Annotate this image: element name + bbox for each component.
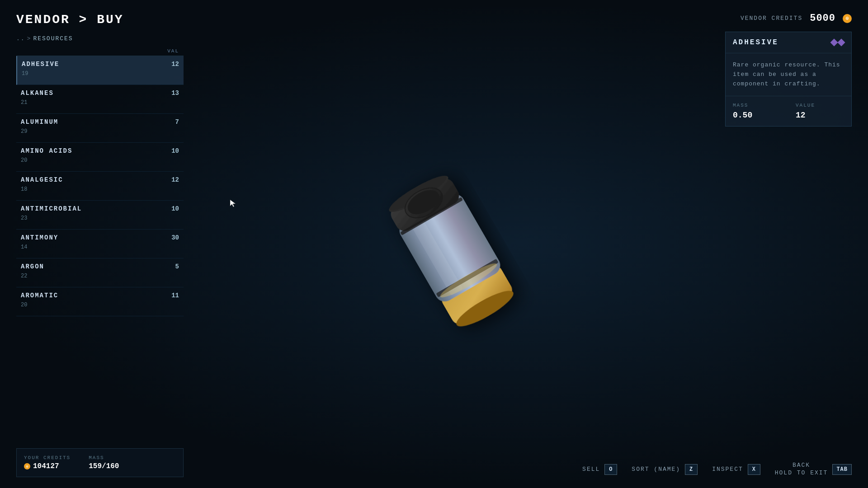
action-label: INSPECT [712,466,743,474]
list-item[interactable]: AROMATIC 20 11 [16,287,184,316]
key-badge[interactable]: TAB [832,464,852,475]
item-name: ANTIMICROBIAL [21,205,82,212]
value-number: 12 [796,111,844,120]
item-quantity: 21 [21,99,54,106]
action-item: SELL O [582,464,617,475]
list-item[interactable]: ANTIMONY 14 30 [16,230,184,258]
stat-value: VALUE 12 [788,96,851,126]
breadcrumb-parent: .. [16,35,25,42]
player-credits-number: 104127 [33,462,59,470]
key-badge[interactable]: X [748,464,760,475]
player-mass-group: MASS 159/160 [89,455,119,470]
item-left: ADHESIVE 19 [22,61,59,77]
list-item[interactable]: ARGON 22 5 [16,258,184,287]
vendor-credits-icon: ⊙ [843,14,852,23]
item-left: ANTIMONY 14 [21,234,58,250]
action-item: BACKHOLD TO EXIT TAB [775,462,852,477]
list-item[interactable]: AMINO ACIDS 20 10 [16,143,184,172]
list-header: VAL [16,47,184,56]
item-name: AROMATIC [21,292,58,299]
item-left: ARGON 22 [21,263,44,279]
item-name: ALUMINUM [21,118,58,126]
item-3d-model [346,131,549,357]
left-panel: .. > RESOURCES VAL ADHESIVE 19 12 ALKANE… [16,32,184,425]
vendor-credits-label: VENDOR CREDITS [741,15,802,22]
item-quantity: 29 [21,128,58,135]
item-quantity: 18 [21,186,63,192]
item-left: AROMATIC 20 [21,292,58,308]
player-mass-value: 159/160 [89,462,119,470]
item-value: 7 [165,118,179,126]
item-quantity: 19 [22,70,59,77]
item-detail-header: ADHESIVE [726,32,851,53]
item-name: ARGON [21,263,44,270]
list-item[interactable]: ANTIMICROBIAL 23 10 [16,201,184,230]
item-value: 5 [165,263,179,270]
player-mass-label: MASS [89,455,119,460]
item-value: 10 [165,205,179,212]
item-name: ALKANES [21,89,54,97]
item-detail-description: Rare organic resource. This item can be … [726,53,851,96]
item-left: ALUMINUM 29 [21,118,58,135]
right-panel: ADHESIVE Rare organic resource. This ite… [725,32,852,127]
vendor-credits-value: 5000 [810,13,835,24]
item-value: 10 [165,147,179,155]
breadcrumb: .. > RESOURCES [16,32,184,47]
breadcrumb-sep: > [27,35,32,42]
item-quantity: 23 [21,215,82,221]
bottom-bar: YOUR CREDITS ⊙ 104127 MASS 159/160 [16,448,184,477]
key-badge[interactable]: Z [685,464,698,475]
item-list: ADHESIVE 19 12 ALKANES 21 13 ALUMINUM 29… [16,56,184,422]
item-value: 12 [165,61,179,68]
mass-label: MASS [733,103,781,108]
credits-small-icon: ⊙ [24,463,30,469]
breadcrumb-current: RESOURCES [33,35,73,42]
item-value: 12 [165,176,179,183]
action-item: SORT (NAME) Z [632,464,698,475]
item-quantity: 14 [21,244,58,250]
item-quantity: 20 [21,302,58,308]
item-left: AMINO ACIDS 20 [21,147,72,164]
player-credits-group: YOUR CREDITS ⊙ 104127 [24,455,71,470]
action-item: INSPECT X [712,464,760,475]
action-label: SORT (NAME) [632,466,680,474]
list-item[interactable]: ALUMINUM 29 7 [16,114,184,143]
page-title: VENDOR > BUY [16,13,124,27]
item-left: ANALGESIC 18 [21,176,63,192]
mass-value: 0.50 [733,111,781,120]
item-detail-stats: MASS 0.50 VALUE 12 [726,96,851,126]
item-value: 11 [165,292,179,299]
item-detail-name: ADHESIVE [733,38,778,47]
action-bar: SELL O SORT (NAME) Z INSPECT X BACKHOLD … [194,462,852,477]
item-quantity: 22 [21,273,44,279]
list-header-val: VAL [167,48,179,54]
value-label: VALUE [796,103,844,108]
item-name: ANALGESIC [21,176,63,183]
item-detail-diamonds [831,40,844,45]
list-item[interactable]: ADHESIVE 19 12 [16,56,184,85]
item-preview [346,131,549,357]
diamond-icon-2 [838,39,845,47]
list-item[interactable]: ANALGESIC 18 12 [16,172,184,201]
item-value: 13 [165,89,179,97]
player-credits-label: YOUR CREDITS [24,455,71,460]
item-name: AMINO ACIDS [21,147,72,155]
vendor-credits-bar: VENDOR CREDITS 5000 ⊙ [741,13,852,24]
action-label: BACKHOLD TO EXIT [775,462,828,477]
key-badge[interactable]: O [604,464,617,475]
preview-area [181,0,714,488]
list-item[interactable]: ALKANES 21 13 [16,85,184,114]
diamond-icon-1 [830,39,838,47]
item-quantity: 20 [21,157,72,164]
player-credits-value: ⊙ 104127 [24,462,71,470]
item-name: ANTIMONY [21,234,58,241]
action-label: SELL [582,466,600,474]
stat-mass: MASS 0.50 [726,96,788,126]
item-detail-card: ADHESIVE Rare organic resource. This ite… [725,32,852,127]
item-left: ANTIMICROBIAL 23 [21,205,82,221]
item-left: ALKANES 21 [21,89,54,106]
item-name: ADHESIVE [22,61,59,68]
item-value: 30 [165,234,179,241]
